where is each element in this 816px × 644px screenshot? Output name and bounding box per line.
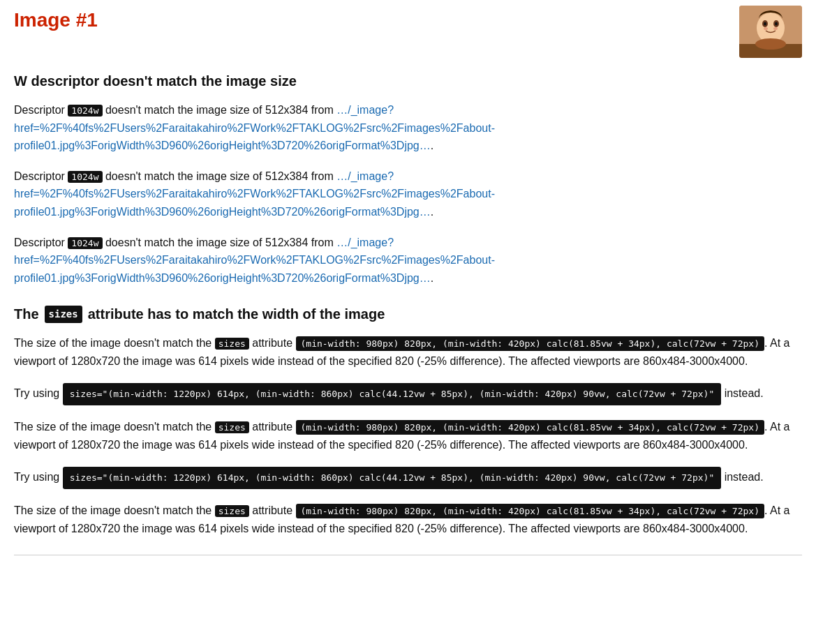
descriptor-section: W descriptor doesn't match the image siz…: [14, 70, 802, 287]
descriptor-entry-2: Descriptor 1024w doesn't match the image…: [14, 167, 802, 221]
sizes-title-suffix: attribute has to match the width of the …: [88, 304, 385, 324]
svg-point-5: [764, 22, 766, 26]
sizes-e1-badge1: sizes: [215, 338, 249, 350]
sizes-e3-badge1: sizes: [215, 505, 249, 517]
descriptor-suffix-2: .: [431, 206, 433, 218]
svg-point-8: [773, 27, 778, 30]
sizes-e1-middle: attribute: [252, 337, 292, 349]
sizes-e1-prefix: The size of the image doesn't match the: [14, 337, 212, 349]
descriptor-section-title: W descriptor doesn't match the image siz…: [14, 70, 802, 91]
sizes-title-badge: sizes: [45, 306, 82, 323]
sizes-e2-middle: attribute: [252, 421, 292, 433]
descriptor-entry-1: Descriptor 1024w doesn't match the image…: [14, 101, 802, 155]
page-header: Image #1: [14, 0, 802, 58]
descriptor-prefix-3: Descriptor: [14, 237, 65, 248]
sizes-e2-try-badge: sizes="(min-width: 1220px) 614px, (min-w…: [63, 467, 722, 490]
sizes-entry-3: The size of the image doesn't match the …: [14, 502, 802, 537]
descriptor-middle-2: doesn't match the image size of 512x384 …: [105, 170, 334, 182]
descriptor-suffix-1: .: [431, 140, 433, 151]
page-title: Image #1: [14, 6, 98, 35]
descriptor-prefix-2: Descriptor: [14, 170, 65, 182]
sizes-e1-try-label: Try using: [14, 387, 59, 399]
sizes-e3-prefix: The size of the image doesn't match the: [14, 504, 212, 516]
descriptor-badge-1: 1024w: [68, 105, 102, 117]
sizes-e1-try-suffix: instead.: [725, 387, 764, 399]
sizes-e3-middle: attribute: [252, 504, 292, 516]
sizes-e2-badge1: sizes: [215, 421, 249, 433]
sizes-e1-badge2: (min-width: 980px) 820px, (min-width: 42…: [296, 336, 764, 351]
sizes-section-title: The sizes attribute has to match the wid…: [14, 304, 802, 324]
svg-point-2: [758, 15, 783, 38]
sizes-section: The sizes attribute has to match the wid…: [14, 304, 802, 537]
descriptor-prefix-1: Descriptor: [14, 104, 65, 116]
sizes-e1-try-badge: sizes="(min-width: 1220px) 614px, (min-w…: [63, 383, 722, 406]
sizes-e2-prefix: The size of the image doesn't match the: [14, 421, 212, 433]
descriptor-middle-1: doesn't match the image size of 512x384 …: [105, 104, 334, 116]
descriptor-badge-3: 1024w: [68, 237, 102, 249]
descriptor-entry-3: Descriptor 1024w doesn't match the image…: [14, 234, 802, 287]
descriptor-suffix-3: .: [431, 272, 433, 284]
sizes-e2-badge2: (min-width: 980px) 820px, (min-width: 42…: [296, 420, 764, 435]
sizes-entry-1: The size of the image doesn't match the …: [14, 334, 802, 408]
descriptor-middle-3: doesn't match the image size of 512x384 …: [105, 237, 334, 248]
svg-point-10: [755, 38, 786, 50]
sizes-e2-try-suffix: instead.: [725, 471, 764, 483]
sizes-title-prefix: The: [14, 304, 39, 324]
sizes-entry-2: The size of the image doesn't match the …: [14, 418, 802, 492]
svg-point-6: [775, 22, 778, 26]
avatar: [739, 6, 802, 58]
svg-point-7: [764, 27, 768, 30]
sizes-e3-badge2: (min-width: 980px) 820px, (min-width: 42…: [296, 504, 764, 518]
descriptor-badge-2: 1024w: [68, 171, 102, 183]
sizes-e2-try-label: Try using: [14, 471, 59, 483]
bottom-divider: [14, 555, 802, 555]
